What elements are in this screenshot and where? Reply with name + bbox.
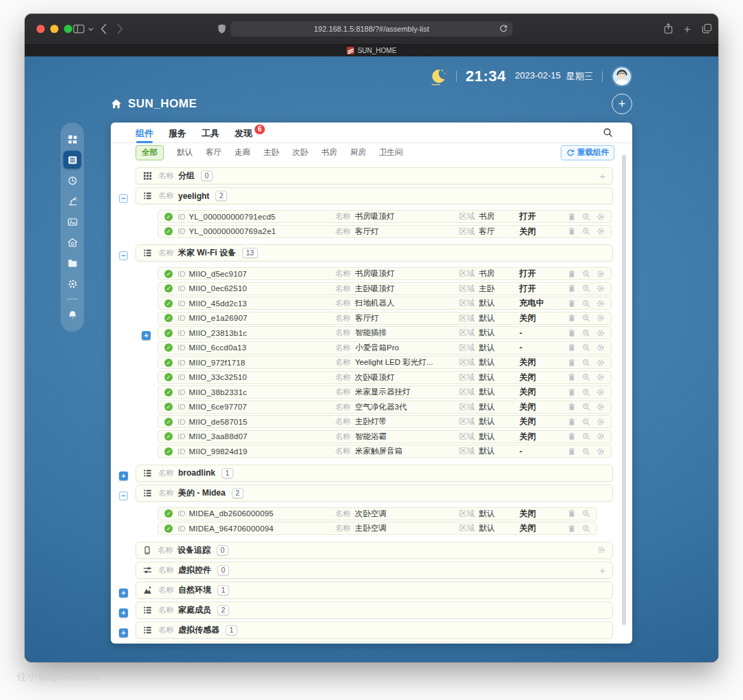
add-to-group-button[interactable]: + (599, 171, 605, 181)
group-row[interactable]: 名称虚拟传感器1 (136, 622, 613, 639)
zoom-in-icon[interactable] (582, 284, 590, 293)
privacy-shield-icon[interactable] (217, 23, 226, 34)
trash-icon[interactable] (568, 373, 576, 381)
dock-smart-home-icon[interactable] (63, 233, 81, 251)
filter-chip-客厅[interactable]: 客厅 (206, 147, 222, 158)
reload-assemblies-button[interactable]: 重载组件 (561, 145, 614, 160)
group-row[interactable]: 名称分组0+ (136, 167, 613, 184)
tab-服务[interactable]: 服务 (169, 123, 186, 143)
gear-icon[interactable] (596, 403, 605, 411)
zoom-in-icon[interactable] (582, 447, 590, 456)
gear-icon[interactable] (596, 359, 605, 367)
zoom-in-icon[interactable] (582, 403, 590, 411)
trash-icon[interactable] (568, 388, 576, 396)
gear-icon[interactable] (596, 447, 605, 456)
zoom-in-icon[interactable] (582, 524, 590, 533)
zoom-in-icon[interactable] (582, 314, 590, 322)
filter-chip-次卧[interactable]: 次卧 (292, 147, 308, 158)
search-icon[interactable] (603, 127, 613, 138)
device-row[interactable]: ✓IDMIIO_45dd2c13名称扫地机器人区域默认充电中 (158, 297, 612, 310)
trash-icon[interactable] (568, 418, 576, 426)
zoom-in-icon[interactable] (582, 270, 590, 278)
zoom-in-icon[interactable] (582, 227, 590, 235)
close-window-button[interactable] (36, 25, 45, 33)
gear-icon[interactable] (596, 227, 605, 235)
gear-icon[interactable] (596, 299, 605, 308)
filter-chip-走廊[interactable]: 走廊 (235, 147, 250, 158)
gear-icon[interactable] (596, 213, 605, 221)
zoom-in-icon[interactable] (582, 432, 590, 441)
filter-chip-默认[interactable]: 默认 (177, 147, 193, 158)
dock-dashboard-icon[interactable] (63, 130, 81, 148)
gear-icon[interactable] (596, 373, 605, 381)
panel-scrollbar[interactable] (622, 155, 626, 625)
group-row[interactable]: 名称美的 - Midea2 (136, 485, 613, 502)
browser-tab-strip[interactable]: SUN_HOME (25, 44, 718, 56)
expand-group-button[interactable]: + (119, 471, 128, 480)
dock-files-icon[interactable] (63, 254, 81, 272)
trash-icon[interactable] (568, 314, 576, 322)
chevron-down-icon[interactable] (88, 28, 94, 31)
trash-icon[interactable] (568, 509, 576, 518)
expand-device-button[interactable]: + (142, 331, 151, 340)
device-row[interactable]: ✓IDMIIO_38b2331c名称米家显示器挂灯区域默认关闭 (158, 385, 612, 399)
page-reload-icon[interactable] (499, 24, 508, 33)
dock-history-icon[interactable] (63, 171, 81, 189)
tab-组件[interactable]: 组件 (136, 123, 153, 143)
group-settings-gear-icon[interactable] (597, 546, 605, 554)
trash-icon[interactable] (568, 270, 576, 278)
tab-发现[interactable]: 发现6 (235, 123, 265, 143)
zoom-in-icon[interactable] (582, 509, 590, 518)
gear-icon[interactable] (596, 432, 605, 441)
device-row[interactable]: ✓IDMIIO_6ccd0a13名称小爱音箱Pro区域默认- (158, 341, 612, 354)
device-row[interactable]: ✓IDMIIO_6ce97707名称空气净化器3代区域默认关闭 (158, 401, 612, 414)
device-row[interactable]: ✓IDMIIO_972f1718名称Yeelight LED 彩光灯...区域默… (158, 356, 612, 369)
gear-icon[interactable] (596, 388, 605, 396)
group-row[interactable]: 名称家庭成员2 (136, 602, 613, 619)
group-row[interactable]: 名称米家 Wi-Fi 设备13 (136, 244, 613, 262)
trash-icon[interactable] (568, 329, 576, 337)
filter-chip-书房[interactable]: 书房 (321, 147, 337, 158)
tab-工具[interactable]: 工具 (202, 123, 219, 143)
collapse-group-button[interactable]: − (119, 251, 128, 260)
expand-group-button[interactable]: + (119, 588, 128, 597)
device-row[interactable]: ✓IDMIIO_23813b1c名称智能插排区域默认- (158, 326, 612, 339)
filter-chip-卫生间[interactable]: 卫生间 (379, 147, 403, 158)
device-row[interactable]: ✓IDMIDEA_964706000094名称主卧空调区域默认关闭 (158, 522, 597, 535)
collapse-group-button[interactable]: − (119, 194, 128, 203)
device-row[interactable]: ✓IDMIDEA_db2606000095名称次卧空调区域默认关闭 (158, 507, 597, 520)
trash-icon[interactable] (568, 432, 576, 441)
zoom-in-icon[interactable] (582, 359, 590, 367)
zoom-in-icon[interactable] (582, 213, 590, 221)
device-row[interactable]: ✓IDYL_000000000791ecd5名称书房吸顶灯区域书房打开 (158, 210, 612, 223)
gear-icon[interactable] (596, 418, 605, 426)
trash-icon[interactable] (568, 403, 576, 411)
expand-group-button[interactable]: + (119, 628, 128, 637)
back-button[interactable] (100, 23, 107, 34)
trash-icon[interactable] (568, 299, 576, 308)
gear-icon[interactable] (596, 284, 605, 293)
zoom-in-icon[interactable] (582, 329, 590, 337)
device-row[interactable]: ✓IDMIIO_33c32510名称次卧吸顶灯区域默认关闭 (158, 371, 612, 384)
device-row[interactable]: ✓IDMIIO_3aa88d07名称智能浴霸区域默认关闭 (158, 430, 612, 443)
gear-icon[interactable] (596, 329, 605, 337)
group-row[interactable] (136, 641, 613, 644)
address-bar[interactable]: 192.168.1.5:8188/?#/assembly-list (230, 21, 513, 36)
zoom-in-icon[interactable] (582, 373, 590, 381)
new-tab-button[interactable]: + (684, 23, 691, 36)
tab-overview-icon[interactable] (702, 23, 712, 34)
device-row[interactable]: ✓IDMIIO_0ec62510名称主卧吸顶灯区域主卧打开 (158, 282, 612, 295)
trash-icon[interactable] (568, 343, 576, 352)
device-row[interactable]: ✓IDMIIO_99824d19名称米家触屏音箱区域默认- (158, 445, 612, 458)
add-to-group-button[interactable]: + (599, 565, 605, 575)
trash-icon[interactable] (568, 447, 576, 456)
expand-group-button[interactable]: + (119, 608, 128, 617)
dock-notifications-bell-icon[interactable] (63, 306, 81, 324)
share-icon[interactable] (663, 23, 674, 34)
trash-icon[interactable] (568, 227, 576, 235)
fullscreen-window-button[interactable] (64, 25, 72, 33)
gear-icon[interactable] (596, 314, 605, 322)
device-row[interactable]: ✓IDMIIO_d5ec9107名称书房吸顶灯区域书房打开 (158, 267, 612, 280)
gear-icon[interactable] (596, 270, 605, 278)
filter-chip-全部[interactable]: 全部 (136, 145, 164, 160)
